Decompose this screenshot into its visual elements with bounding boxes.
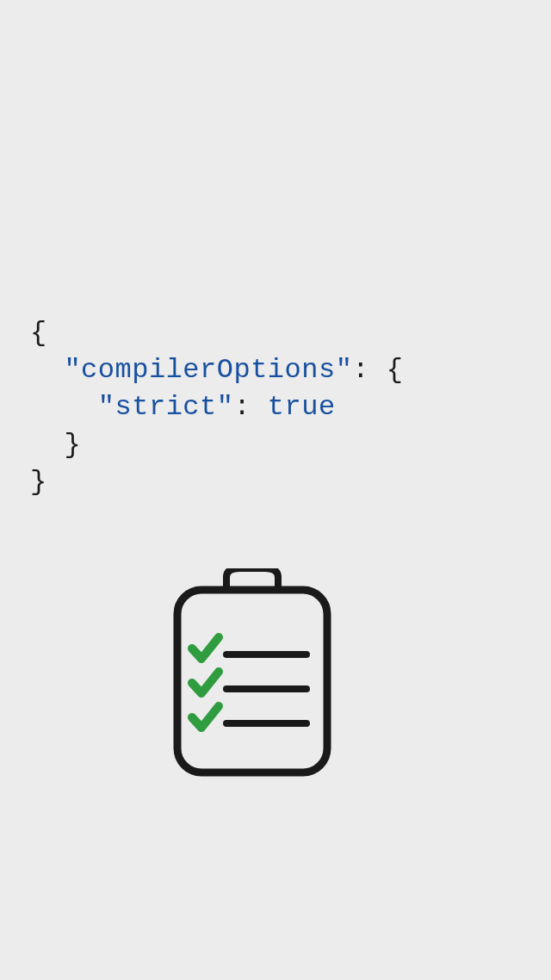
colon: : xyxy=(233,391,267,423)
json-key-strict: "strict" xyxy=(98,391,234,423)
code-line-3: "strict": true xyxy=(30,388,403,425)
colon: : xyxy=(352,354,386,386)
svg-rect-0 xyxy=(177,590,327,772)
brace-close-outer: } xyxy=(30,466,47,498)
indent xyxy=(30,391,98,423)
code-line-2: "compilerOptions": { xyxy=(30,351,403,388)
code-line-5: } xyxy=(30,463,403,500)
code-snippet: { "compilerOptions": { "strict": true } … xyxy=(30,314,403,500)
code-line-1: { xyxy=(30,314,403,351)
indent xyxy=(30,354,64,386)
brace-open-outer: { xyxy=(30,317,47,349)
json-value-true: true xyxy=(268,391,336,423)
brace-open-inner: { xyxy=(387,354,404,386)
code-line-4: } xyxy=(30,426,403,463)
brace-close-inner: } xyxy=(30,429,81,461)
json-key-compiler-options: "compilerOptions" xyxy=(64,354,352,386)
clipboard-checklist-icon xyxy=(170,568,334,779)
